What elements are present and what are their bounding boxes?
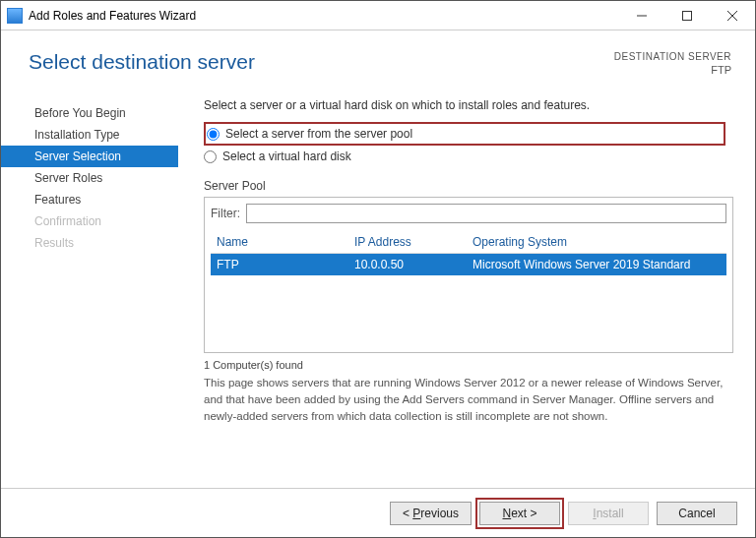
- app-icon: [7, 8, 23, 24]
- computers-found-text: 1 Computer(s) found: [204, 359, 733, 371]
- wizard-footer: < Previous Next > Install Cancel: [1, 488, 755, 537]
- filter-input[interactable]: [246, 204, 726, 223]
- sidebar-item-features[interactable]: Features: [1, 189, 178, 210]
- cancel-button[interactable]: Cancel: [657, 502, 737, 525]
- wizard-sidebar: Before You Begin Installation Type Serve…: [1, 85, 178, 488]
- radio-server-pool-label: Select a server from the server pool: [225, 127, 412, 141]
- page-title: Select destination server: [29, 50, 255, 74]
- minimize-button[interactable]: [619, 1, 664, 30]
- radio-vhd[interactable]: [204, 150, 217, 163]
- cell-name: FTP: [217, 258, 354, 271]
- server-pool-label: Server Pool: [204, 179, 733, 193]
- radio-vhd-label: Select a virtual hard disk: [222, 149, 351, 163]
- install-button: Install: [568, 502, 649, 525]
- sidebar-item-server-roles[interactable]: Server Roles: [1, 167, 178, 189]
- destination-info: DESTINATION SERVER FTP: [614, 50, 731, 77]
- close-button[interactable]: [710, 1, 755, 30]
- filter-label: Filter:: [211, 207, 240, 220]
- window-title: Add Roles and Features Wizard: [29, 9, 196, 23]
- server-pool-box: Filter: Name IP Address Operating System…: [204, 197, 733, 353]
- next-button[interactable]: Next >: [479, 502, 560, 525]
- sidebar-item-before-you-begin[interactable]: Before You Begin: [1, 102, 178, 124]
- sidebar-item-confirmation: Confirmation: [1, 210, 178, 232]
- sidebar-item-results: Results: [1, 232, 178, 254]
- instruction-text: Select a server or a virtual hard disk o…: [204, 98, 733, 112]
- title-bar: Add Roles and Features Wizard: [1, 1, 755, 30]
- table-row[interactable]: FTP 10.0.0.50 Microsoft Windows Server 2…: [211, 254, 726, 275]
- cell-os: Microsoft Windows Server 2019 Standard: [472, 258, 721, 271]
- col-name[interactable]: Name: [217, 235, 354, 249]
- cell-ip: 10.0.0.50: [354, 258, 472, 271]
- grid-body: FTP 10.0.0.50 Microsoft Windows Server 2…: [211, 254, 726, 352]
- radio-server-pool[interactable]: [207, 128, 220, 141]
- svg-rect-1: [683, 11, 692, 20]
- page-header: Select destination server DESTINATION SE…: [1, 30, 755, 85]
- destination-label: DESTINATION SERVER: [614, 50, 731, 63]
- previous-button[interactable]: < Previous: [390, 502, 472, 525]
- maximize-button[interactable]: [664, 1, 710, 30]
- radio-vhd-row[interactable]: Select a virtual hard disk: [204, 148, 733, 165]
- col-os[interactable]: Operating System: [472, 235, 721, 249]
- radio-server-pool-row[interactable]: Select a server from the server pool: [207, 125, 412, 143]
- wizard-main: Select a server or a virtual hard disk o…: [178, 85, 755, 488]
- radio-server-pool-highlight: Select a server from the server pool: [204, 122, 725, 146]
- page-note: This page shows servers that are running…: [204, 375, 733, 424]
- wizard-body: Before You Begin Installation Type Serve…: [1, 85, 755, 488]
- sidebar-item-server-selection[interactable]: Server Selection: [1, 146, 178, 167]
- destination-value: FTP: [614, 63, 731, 77]
- sidebar-item-installation-type[interactable]: Installation Type: [1, 124, 178, 146]
- filter-row: Filter:: [211, 204, 726, 223]
- grid-header: Name IP Address Operating System: [211, 231, 726, 254]
- col-ip[interactable]: IP Address: [354, 235, 472, 249]
